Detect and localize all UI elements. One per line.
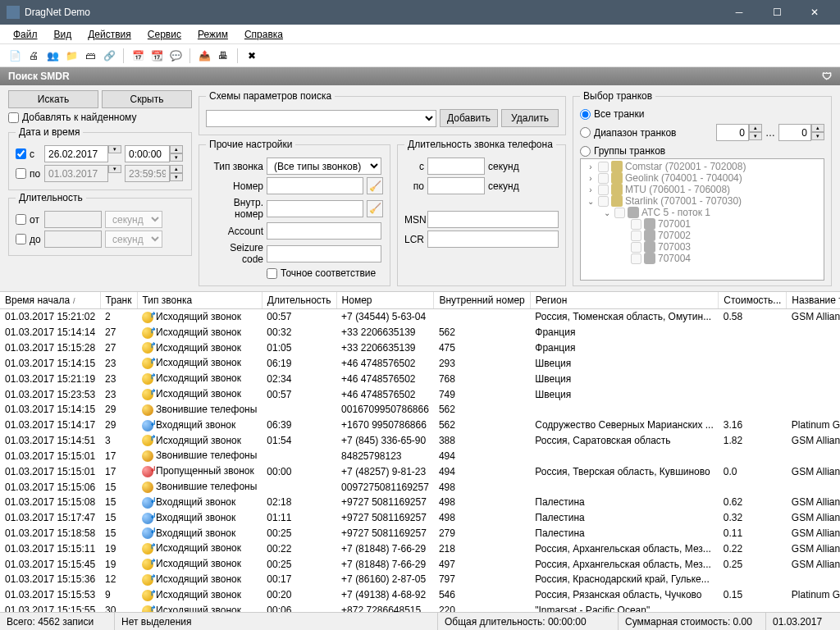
column-header[interactable]: Тип звонка — [137, 292, 262, 309]
tree-item[interactable]: 707004 — [582, 253, 822, 264]
dur-to-unit[interactable]: секунд — [105, 231, 162, 248]
dur-from-unit[interactable]: секунд — [105, 211, 162, 228]
scheme-add-button[interactable]: Добавить — [440, 109, 498, 127]
time-from-down[interactable]: ▾ — [170, 153, 183, 162]
column-header[interactable]: Время начала/ — [0, 292, 100, 309]
trunks-range-radio[interactable]: Диапазон транков — [580, 127, 676, 139]
pdur-from-input[interactable] — [427, 158, 485, 175]
scheme-select[interactable] — [206, 110, 436, 127]
account-input[interactable] — [267, 222, 381, 240]
column-header[interactable]: Транк — [100, 292, 137, 309]
table-row[interactable]: 01.03.2017 15:14:1427↱Исходящий звонок00… — [0, 325, 840, 340]
time-to-down[interactable]: ▾ — [170, 173, 183, 181]
table-row[interactable]: 01.03.2017 15:18:5815↲Входящий звонок00:… — [0, 526, 840, 541]
table-row[interactable]: 01.03.2017 15:21:022↱Исходящий звонок00:… — [0, 309, 840, 325]
table-row[interactable]: 01.03.2017 15:14:1729↲Входящий звонок06:… — [0, 418, 840, 433]
tool-print2-icon[interactable]: 🖶 — [215, 48, 231, 64]
hide-button[interactable]: Скрыть — [102, 90, 192, 108]
tool-print-icon[interactable]: 🖨 — [25, 48, 42, 64]
menu-actions[interactable]: Действия — [81, 27, 138, 42]
table-row[interactable]: 01.03.2017 15:23:5323↱Исходящий звонок00… — [0, 386, 840, 402]
table-row[interactable]: 01.03.2017 15:14:1523↱Исходящий звонок06… — [0, 355, 840, 371]
table-row[interactable]: 01.03.2017 15:14:1529Звонившие телефоны0… — [0, 402, 840, 418]
trunk-range-to[interactable] — [778, 124, 811, 141]
trunks-all-radio[interactable]: Все транки — [580, 108, 824, 120]
ext-clear-icon[interactable]: 🧹 — [367, 200, 383, 217]
tree-item[interactable]: ›MTU (706001 - 706008) — [582, 184, 822, 195]
column-header[interactable]: Длительность — [262, 292, 336, 309]
column-header[interactable]: Стоимость... — [719, 292, 787, 309]
table-row[interactable]: 01.03.2017 15:15:0815↲Входящий звонок02:… — [0, 495, 840, 510]
time-from-up[interactable]: ▴ — [170, 145, 183, 153]
table-row[interactable]: 01.03.2017 15:15:4519↱Исходящий звонок00… — [0, 556, 840, 572]
tool-users-icon[interactable]: 👥 — [44, 48, 61, 64]
calltype-select[interactable]: (Все типы звонков) — [267, 158, 381, 175]
column-header[interactable]: Номер — [336, 292, 434, 309]
tool-settings-icon[interactable]: ✖ — [244, 48, 260, 64]
tree-item[interactable]: 707001 — [582, 218, 822, 230]
menu-help[interactable]: Справка — [238, 27, 290, 42]
tool-db-icon[interactable]: 🗃 — [82, 48, 98, 64]
menu-file[interactable]: Файл — [7, 27, 44, 42]
tree-item[interactable]: ⌄Starlink (707001 - 707030) — [582, 195, 822, 207]
tool-new-icon[interactable]: 📄 — [7, 48, 23, 64]
menu-view[interactable]: Вид — [48, 27, 79, 42]
time-to-up[interactable]: ▴ — [170, 165, 183, 173]
trunk-tree[interactable]: ›Comstar (702001 - 702008)›Geolink (7040… — [580, 158, 824, 281]
menu-mode[interactable]: Режим — [191, 27, 235, 42]
date-to-dd[interactable]: ▾ — [108, 165, 121, 173]
menu-service[interactable]: Сервис — [141, 27, 188, 42]
tool-link-icon[interactable]: 🔗 — [101, 48, 117, 64]
tool-export-icon[interactable]: 📤 — [196, 48, 212, 64]
table-row[interactable]: 01.03.2017 15:15:0117Звонившие телефоны8… — [0, 448, 840, 463]
date-to-checkbox[interactable] — [16, 168, 26, 179]
tool-cal2-icon[interactable]: 📆 — [148, 48, 165, 64]
dur-from-input[interactable] — [44, 211, 102, 228]
table-row[interactable]: 01.03.2017 15:17:4715↲Входящий звонок01:… — [0, 510, 840, 526]
tool-cal1-icon[interactable]: 📅 — [130, 48, 146, 64]
trunk-range-from[interactable] — [716, 124, 749, 141]
maximize-button[interactable]: ☐ — [758, 0, 796, 25]
table-row[interactable]: 01.03.2017 15:15:0117↲Пропущенный звонок… — [0, 463, 840, 479]
date-to-input[interactable] — [44, 165, 108, 182]
date-from-checkbox[interactable] — [16, 148, 26, 159]
column-header[interactable]: Внутренний номер — [434, 292, 530, 309]
time-to-input[interactable] — [125, 165, 170, 182]
table-row[interactable]: 01.03.2017 15:15:0615Звонившие телефоны0… — [0, 479, 840, 495]
time-from-input[interactable] — [125, 145, 170, 162]
table-row[interactable]: 01.03.2017 15:15:3612↱Исходящий звонок00… — [0, 572, 840, 587]
table-row[interactable]: 01.03.2017 15:15:5530↱Исходящий звонок00… — [0, 603, 840, 612]
append-checkbox[interactable]: Добавлять к найденному — [8, 112, 192, 123]
seizure-input[interactable] — [267, 245, 381, 262]
dur-to-input[interactable] — [44, 231, 102, 248]
exact-checkbox[interactable]: Точное соответствие — [267, 267, 383, 279]
trunks-groups-radio[interactable]: Группы транков — [580, 145, 824, 157]
column-header[interactable]: Регион — [530, 292, 718, 309]
tree-item[interactable]: ›Geolink (704001 - 704004) — [582, 172, 822, 184]
table-row[interactable]: 01.03.2017 15:15:539↱Исходящий звонок00:… — [0, 587, 840, 603]
close-button[interactable]: ✕ — [796, 0, 833, 25]
dur-to-checkbox[interactable] — [16, 234, 26, 244]
tree-item[interactable]: ⌄АТС 5 - поток 1 — [582, 207, 822, 218]
table-row[interactable]: 01.03.2017 15:15:1119↱Исходящий звонок00… — [0, 541, 840, 556]
lcr-input[interactable] — [427, 231, 559, 248]
tree-item[interactable]: 707002 — [582, 230, 822, 241]
results-grid[interactable]: Время начала/ТранкТип звонкаДлительность… — [0, 291, 840, 612]
tree-item[interactable]: 707003 — [582, 241, 822, 253]
minimize-button[interactable]: ─ — [720, 0, 758, 25]
table-row[interactable]: 01.03.2017 15:21:1923↱Исходящий звонок02… — [0, 371, 840, 386]
search-button[interactable]: Искать — [8, 90, 98, 108]
date-from-input[interactable] — [44, 145, 108, 162]
table-row[interactable]: 01.03.2017 15:14:513↱Исходящий звонок01:… — [0, 433, 840, 449]
ext-input[interactable] — [267, 200, 363, 217]
number-input[interactable] — [267, 177, 363, 194]
tool-folder-icon[interactable]: 📁 — [63, 48, 80, 64]
dur-from-checkbox[interactable] — [16, 214, 26, 225]
tool-balloon-icon[interactable]: 💬 — [167, 48, 184, 64]
header-badge-icon[interactable]: 🛡 — [822, 71, 832, 82]
number-clear-icon[interactable]: 🧹 — [367, 177, 383, 194]
pdur-to-input[interactable] — [427, 177, 485, 194]
column-header[interactable]: Название тарифа — [787, 292, 840, 309]
scheme-delete-button[interactable]: Удалить — [501, 109, 559, 127]
table-row[interactable]: 01.03.2017 15:15:2827↱Исходящий звонок01… — [0, 340, 840, 356]
